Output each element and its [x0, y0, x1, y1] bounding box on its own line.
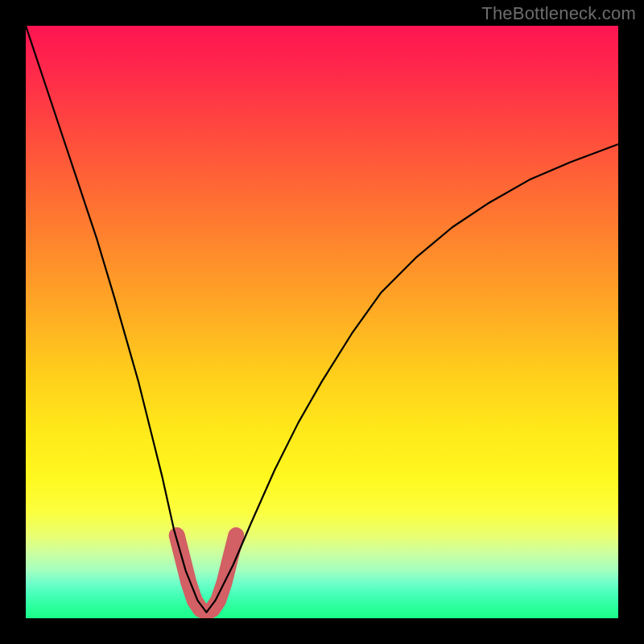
- watermark-text: TheBottleneck.com: [481, 3, 636, 24]
- curve-layer: [26, 26, 618, 618]
- valley-marker: [177, 535, 237, 613]
- bottleneck-curve: [26, 26, 618, 613]
- outer-black-frame: TheBottleneck.com: [0, 0, 644, 644]
- plot-area: [26, 26, 618, 618]
